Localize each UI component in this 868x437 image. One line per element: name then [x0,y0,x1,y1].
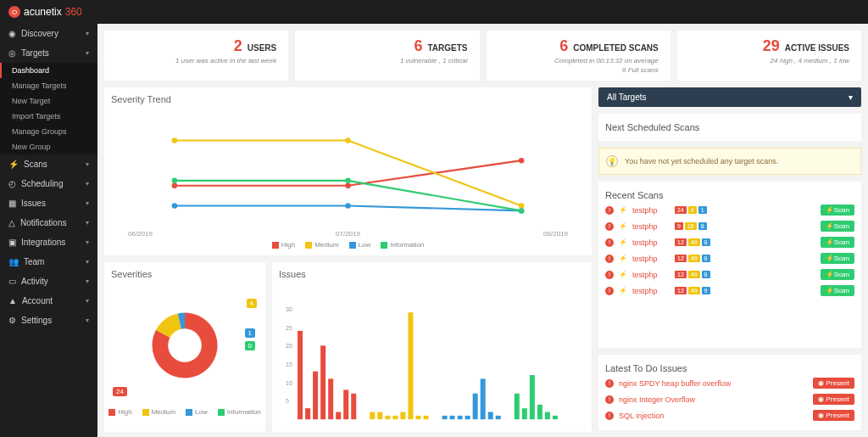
selector-label: All Targets [607,92,647,102]
badge-info: 0 [245,341,255,350]
nav-icon: ▦ [8,199,16,208]
scan-button[interactable]: ⚡Scan [821,285,854,296]
nav-scans[interactable]: ⚡Scans▾ [0,154,97,174]
issue-name[interactable]: nginx Integer Overflow [619,395,695,404]
bolt-icon: ⚡ [619,271,627,278]
scan-button[interactable]: ⚡Scan [821,237,854,248]
svg-rect-27 [370,412,375,419]
svg-rect-21 [313,372,318,419]
badge-high: 24 [113,387,127,396]
nav-label: Scans [24,160,47,169]
target-name[interactable]: testphp [632,238,666,247]
status-icon: ! [605,287,614,295]
scan-button[interactable]: ⚡Scan [821,221,854,232]
severities-card: Severities 24 4 1 0 HighMediumLowInforma… [104,262,265,432]
nav-discovery[interactable]: ◉Discovery▾ [0,24,97,43]
svg-rect-33 [415,416,420,419]
lightbulb-icon: 💡 [606,155,618,167]
nav-label: Settings [21,316,52,325]
nav-issues[interactable]: ▦Issues▾ [0,193,97,213]
present-button[interactable]: ◉ Present [813,410,854,421]
count-badge: 12 [675,287,687,294]
nav-icon: ▣ [8,238,16,247]
svg-rect-41 [488,412,493,419]
svg-rect-38 [465,416,470,419]
issue-name[interactable]: nginx SPDY heap buffer overflow [619,379,731,388]
target-selector[interactable]: All Targets ▾ [598,87,861,107]
count-badge: 1 [698,206,707,214]
count-badge: 16 [685,222,697,230]
nav-icon: ◎ [8,48,16,58]
target-name[interactable]: testphp [632,222,666,231]
status-icon: ! [605,206,614,215]
target-name[interactable]: testphp [632,271,666,279]
nav-label: Targets [21,48,49,58]
count-badge: 4 [688,206,697,214]
svg-rect-40 [481,378,486,419]
target-name[interactable]: testphp [632,206,666,215]
svg-rect-48 [553,416,558,419]
kpi-active-issues: 29ACTIVE ISSUES24 high , 4 medium , 1 lo… [677,31,861,81]
scan-row: !⚡testphp12498⚡Scan [605,250,854,266]
nav-account[interactable]: ▲Account▾ [0,291,97,311]
brand-logo: O acunetix360 [8,6,82,18]
scan-row: !⚡testphp12499⚡Scan [605,283,854,299]
svg-point-0 [172,183,177,188]
count-badge: 12 [675,238,687,246]
nav-icon: ▲ [8,296,17,305]
nav-targets[interactable]: ◎Targets▾ [0,43,97,63]
nav-integrations[interactable]: ▣Integrations▾ [0,233,97,252]
scan-button[interactable]: ⚡Scan [821,204,854,216]
todo-card: Latest To Do Issues !nginx SPDY heap buf… [598,355,861,430]
nav-notifications[interactable]: △Notifications▾ [0,213,97,233]
nav-activity[interactable]: ▭Activity▾ [0,272,97,291]
issue-name[interactable]: SQL injection [619,412,664,420]
present-button[interactable]: ◉ Present [813,394,854,405]
nav-team[interactable]: 👥Team▾ [0,252,97,272]
nav-scheduling[interactable]: ◴Scheduling▾ [0,174,97,193]
nav-sub-import-targets[interactable]: Import Targets [0,109,97,124]
chevron-icon: ▾ [86,30,89,37]
chevron-icon: ▾ [86,258,89,266]
nav-icon: ◴ [8,179,16,188]
target-name[interactable]: testphp [632,287,666,295]
svg-point-2 [519,158,524,163]
next-scans-card: Next Scheduled Scans [598,114,861,141]
panel-title: Recent Scans [605,190,854,200]
nav-sub-new-target[interactable]: New Target [0,93,97,109]
nav-sub-manage-groups[interactable]: Manage Groups [0,124,97,139]
chevron-icon: ▾ [86,199,89,207]
brand-text: acunetix [24,6,62,18]
nav-label: Scheduling [21,179,63,188]
scan-button[interactable]: ⚡Scan [821,253,854,264]
svg-rect-20 [305,408,310,419]
nav-sub-manage-targets[interactable]: Manage Targets [0,78,97,93]
trend-legend: HighMediumLowInformation [111,241,585,249]
svg-point-12 [168,328,202,362]
nav-sub-dashboard[interactable]: Dashboard [0,63,97,78]
kpi-value: 6 [559,37,568,55]
issues-card: Issues 51015202530 HighMediumLowInformat… [272,262,592,432]
present-button[interactable]: ◉ Present [813,378,854,389]
chevron-icon: ▾ [86,317,89,324]
trend-chart [111,111,585,230]
svg-rect-36 [450,416,455,419]
svg-rect-24 [336,412,341,419]
todo-row: !nginx Integer Overflow◉ Present [605,391,854,407]
svg-point-11 [519,208,524,213]
badge-low: 1 [245,328,255,338]
target-name[interactable]: testphp [632,255,666,263]
scan-button[interactable]: ⚡Scan [821,269,854,280]
nav-icon: △ [8,218,15,227]
kpi-label: USERS [248,43,276,53]
status-icon: ! [605,238,614,247]
severity-trend-card: Severity Trend 06/201907/201908/2019 Hig… [104,87,592,255]
nav-label: Notifications [20,218,66,227]
chevron-icon: ▾ [86,160,89,168]
bolt-icon: ⚡ [619,238,627,246]
nav-settings[interactable]: ⚙Settings▾ [0,311,97,330]
nav-label: Discovery [21,29,58,38]
nav-sub-new-group[interactable]: New Group [0,139,97,154]
badge-medium: 4 [247,299,257,308]
brand-suffix: 360 [65,6,82,18]
